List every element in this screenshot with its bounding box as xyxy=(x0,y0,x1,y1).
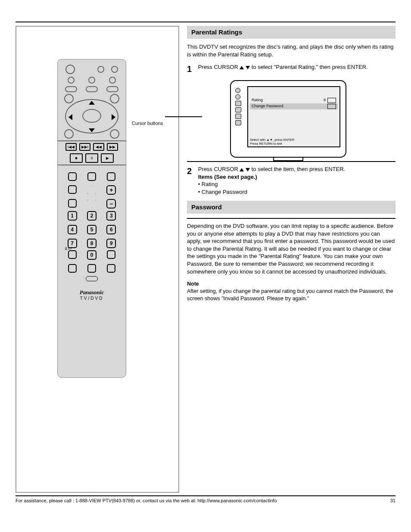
step-2-number: 2 xyxy=(187,165,196,177)
channel-down-icon xyxy=(87,199,97,208)
tv-screen-illustration: DVD SETUP—Parental Rating Rating 8 Chang… xyxy=(230,80,346,158)
menu-icon xyxy=(235,107,241,112)
brand-label: Panasonic xyxy=(62,289,121,296)
cursor-up-icon xyxy=(240,168,244,171)
password-text: Depending on the DVD software, you can l… xyxy=(187,222,395,275)
gte10-button-icon xyxy=(68,250,77,259)
menu-icon xyxy=(235,120,241,125)
cursor-up-icon xyxy=(240,66,244,69)
stop-icon: ■ xyxy=(70,153,83,163)
digit-1: 1 xyxy=(68,211,77,221)
digit-2: 2 xyxy=(87,211,97,221)
media-controls: I◀◀ ▶▶I ◀◀ ▶▶ ■ II ▶ xyxy=(58,140,126,165)
round-button-icon xyxy=(111,66,118,73)
round-button-icon xyxy=(97,66,104,73)
note-body: After setting, if you change the parenta… xyxy=(187,288,395,302)
cursor-down-icon xyxy=(246,168,250,171)
cursor-down-icon xyxy=(89,128,95,132)
misc-button-icon xyxy=(68,199,77,208)
digit-3: 3 xyxy=(106,211,116,221)
sub-brand-label: TV/DVD xyxy=(62,296,121,301)
menu-icon xyxy=(235,88,240,93)
power-button-icon xyxy=(65,65,75,74)
menu-icon xyxy=(235,94,240,100)
menu-icon xyxy=(235,101,241,106)
volume-down-icon: – xyxy=(106,199,116,208)
round-button-icon xyxy=(109,77,116,84)
digit-4: 4 xyxy=(68,225,77,234)
misc-button-icon xyxy=(107,172,115,181)
callout-label: Cursor buttons xyxy=(132,121,163,126)
misc-button-icon xyxy=(68,185,77,194)
round-button-icon xyxy=(68,77,75,84)
tv-row-rating: Rating 8 xyxy=(250,97,338,103)
misc-button-icon xyxy=(107,250,115,259)
misc-button-icon xyxy=(68,172,77,181)
cursor-right-icon xyxy=(112,114,115,120)
step-1-number: 1 xyxy=(187,63,196,75)
section-password: Password xyxy=(187,201,395,214)
digit-0: 0 xyxy=(87,250,97,260)
section-parental-ratings: Parental Ratings xyxy=(187,26,395,39)
skip-next-icon: ▶▶I xyxy=(79,143,90,151)
remote-illustration: Cursor buttons I◀◀ ▶▶I ◀◀ ▶▶ ■ II ▶ xyxy=(16,26,179,493)
play-icon: ▶ xyxy=(101,153,114,163)
misc-button-icon xyxy=(87,264,96,273)
menu-icon xyxy=(235,114,241,119)
cursor-left-icon xyxy=(68,114,72,120)
fast-forward-icon: ▶▶ xyxy=(107,143,118,151)
light-button-icon xyxy=(86,276,98,281)
volume-up-icon: + xyxy=(106,185,116,195)
footer-text: For assistance, please call : 1-888-VIEW… xyxy=(16,498,277,503)
digit-6: 6 xyxy=(106,225,116,234)
rewind-icon: ◀◀ xyxy=(93,143,104,151)
intro-text: This DVDTV set recognizes the disc's rat… xyxy=(187,43,395,58)
misc-button-icon xyxy=(87,172,96,181)
cursor-down-icon xyxy=(246,66,250,69)
cursor-up-icon xyxy=(89,101,95,105)
step-2-text: Press CURSOR to select the item, then pr… xyxy=(198,165,395,196)
note-heading: Note xyxy=(187,280,395,288)
tv-row-change-password: Change Password xyxy=(250,103,338,109)
oval-button-icon xyxy=(86,86,98,92)
oval-button-icon xyxy=(65,86,77,92)
skip-prev-icon: I◀◀ xyxy=(65,143,77,151)
remote-body: Cursor buttons I◀◀ ▶▶I ◀◀ ▶▶ ■ II ▶ xyxy=(57,59,126,378)
digit-8: 8 xyxy=(87,239,97,248)
digit-5: 5 xyxy=(87,225,97,234)
oval-button-icon xyxy=(106,86,118,92)
step-1-text: Press CURSOR to select "Parental Rating,… xyxy=(198,63,395,71)
tv-help-text: Select with ▲▼, press ENTER Press RETURN… xyxy=(250,138,338,146)
enter-button-icon xyxy=(82,109,101,123)
channel-up-icon xyxy=(87,185,97,195)
misc-button-icon xyxy=(107,264,115,273)
dpad xyxy=(65,95,118,138)
misc-button-icon xyxy=(68,264,77,273)
digit-9: 9 xyxy=(106,239,116,248)
pause-icon: II xyxy=(85,153,98,163)
page-number: 31 xyxy=(390,498,395,503)
round-button-icon xyxy=(88,77,95,84)
